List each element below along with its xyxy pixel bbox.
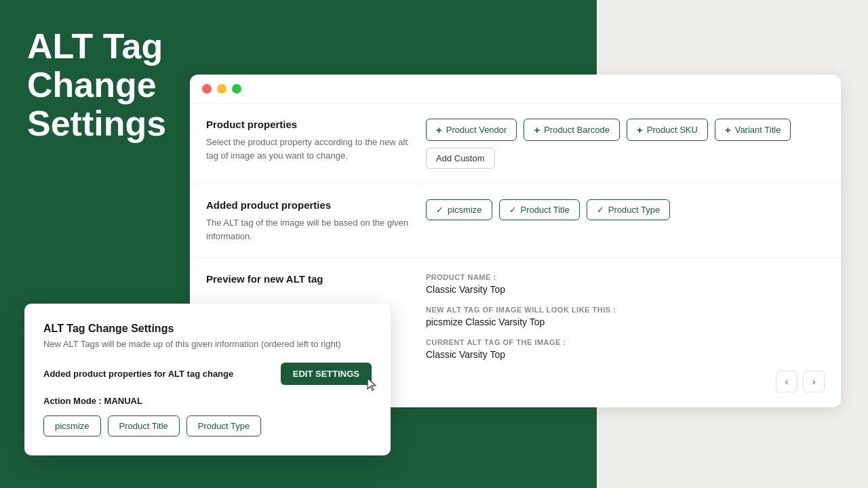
edit-settings-label: EDIT SETTINGS bbox=[293, 369, 359, 379]
added-pill-product-type[interactable]: ✓ Product Type bbox=[587, 199, 670, 220]
window-dot-yellow[interactable] bbox=[217, 84, 226, 94]
added-properties-label: Added product properties The ALT tag of … bbox=[206, 199, 410, 243]
current-alt-value: Classic Varsity Top bbox=[426, 349, 825, 360]
added-pill-product-title[interactable]: ✓ Product Title bbox=[499, 199, 580, 220]
new-alt-value: picsmize Classic Varsity Top bbox=[426, 317, 825, 327]
window-chrome bbox=[190, 75, 841, 104]
dialog-pill-picsmize[interactable]: picsmize bbox=[43, 415, 101, 436]
next-button[interactable]: › bbox=[803, 371, 825, 392]
product-barcode-button[interactable]: + Product Barcode bbox=[524, 119, 620, 141]
window-dot-green[interactable] bbox=[232, 84, 241, 94]
check-icon: ✓ bbox=[509, 205, 517, 215]
preview-nav: ‹ › bbox=[426, 371, 825, 392]
plus-icon: + bbox=[725, 124, 731, 136]
product-barcode-label: Product Barcode bbox=[544, 125, 610, 135]
new-alt-block: NEW ALT TAG OF IMAGE WILL LOOK LIKE THIS… bbox=[426, 306, 825, 327]
dialog-pill-product-type[interactable]: Product Type bbox=[186, 415, 261, 436]
current-alt-block: CURRENT ALT TAG OF THE IMAGE : Classic V… bbox=[426, 338, 825, 360]
action-mode-value: MANUAL bbox=[104, 396, 142, 406]
added-properties-section: Added product properties The ALT tag of … bbox=[190, 184, 841, 258]
preview-heading: Preview for new ALT tag bbox=[206, 273, 410, 285]
hero-title: ALT Tag Change Settings bbox=[27, 27, 210, 144]
dialog-row: Added product properties for ALT tag cha… bbox=[43, 363, 372, 385]
dialog-pill-picsmize-label: picsmize bbox=[55, 421, 90, 431]
hero-title-line2: Settings bbox=[27, 104, 166, 143]
add-custom-button[interactable]: Add Custom bbox=[426, 148, 495, 169]
product-vendor-label: Product Vendor bbox=[446, 125, 507, 135]
plus-icon: + bbox=[534, 124, 540, 136]
edit-settings-button[interactable]: EDIT SETTINGS bbox=[281, 363, 372, 385]
plus-icon: + bbox=[637, 124, 643, 136]
floating-dialog: ALT Tag Change Settings New ALT Tags wil… bbox=[24, 304, 391, 455]
added-properties-content: ✓ picsmize ✓ Product Title ✓ Product Typ… bbox=[426, 199, 825, 243]
product-properties-heading: Product properties bbox=[206, 119, 410, 130]
added-properties-heading: Added product properties bbox=[206, 199, 410, 211]
dialog-subtitle: New ALT Tags will be made up of this giv… bbox=[43, 339, 372, 349]
dialog-pill-product-title[interactable]: Product Title bbox=[108, 415, 180, 436]
pill-label-product-title: Product Title bbox=[521, 205, 570, 215]
product-properties-content: + Product Vendor + Product Barcode + Pro… bbox=[426, 119, 825, 169]
product-properties-description: Select the product property according to… bbox=[206, 136, 410, 162]
product-sku-label: Product SKU bbox=[647, 125, 698, 135]
action-mode-label: Action Mode : bbox=[43, 396, 102, 406]
product-properties-label: Product properties Select the product pr… bbox=[206, 119, 410, 169]
next-icon: › bbox=[812, 376, 816, 387]
product-name-label: PRODUCT NAME : bbox=[426, 273, 825, 281]
preview-content: PRODUCT NAME : Classic Varsity Top NEW A… bbox=[426, 273, 825, 392]
prev-button[interactable]: ‹ bbox=[776, 371, 797, 392]
dialog-row-label: Added product properties for ALT tag cha… bbox=[43, 369, 233, 379]
check-icon: ✓ bbox=[436, 205, 443, 215]
prev-icon: ‹ bbox=[785, 376, 789, 387]
product-sku-button[interactable]: + Product SKU bbox=[627, 119, 708, 141]
product-vendor-button[interactable]: + Product Vendor bbox=[426, 119, 517, 141]
plus-icon: + bbox=[436, 124, 442, 136]
pill-label-product-type: Product Type bbox=[608, 205, 660, 215]
product-properties-section: Product properties Select the product pr… bbox=[190, 104, 841, 184]
add-custom-label: Add Custom bbox=[436, 153, 485, 163]
current-alt-label: CURRENT ALT TAG OF THE IMAGE : bbox=[426, 338, 825, 346]
window-dot-red[interactable] bbox=[202, 84, 212, 94]
dialog-pill-product-title-label: Product Title bbox=[119, 421, 168, 431]
hero-title-line1: ALT Tag Change bbox=[27, 26, 163, 104]
dialog-pill-product-type-label: Product Type bbox=[198, 421, 250, 431]
variant-title-button[interactable]: + Variant Title bbox=[715, 119, 791, 141]
added-properties-description: The ALT tag of the image will be based o… bbox=[206, 216, 410, 243]
product-name-value: Classic Varsity Top bbox=[426, 284, 825, 295]
action-mode-row: Action Mode : MANUAL bbox=[43, 396, 372, 406]
product-name-block: PRODUCT NAME : Classic Varsity Top bbox=[426, 273, 825, 295]
new-alt-label: NEW ALT TAG OF IMAGE WILL LOOK LIKE THIS… bbox=[426, 306, 825, 314]
pill-label-picsmize: picsmize bbox=[448, 205, 482, 215]
variant-title-label: Variant Title bbox=[735, 125, 781, 135]
dialog-title: ALT Tag Change Settings bbox=[43, 323, 372, 335]
added-pill-picsmize[interactable]: ✓ picsmize bbox=[426, 199, 492, 220]
check-icon: ✓ bbox=[597, 205, 604, 215]
dialog-pills: picsmize Product Title Product Type bbox=[43, 415, 372, 436]
